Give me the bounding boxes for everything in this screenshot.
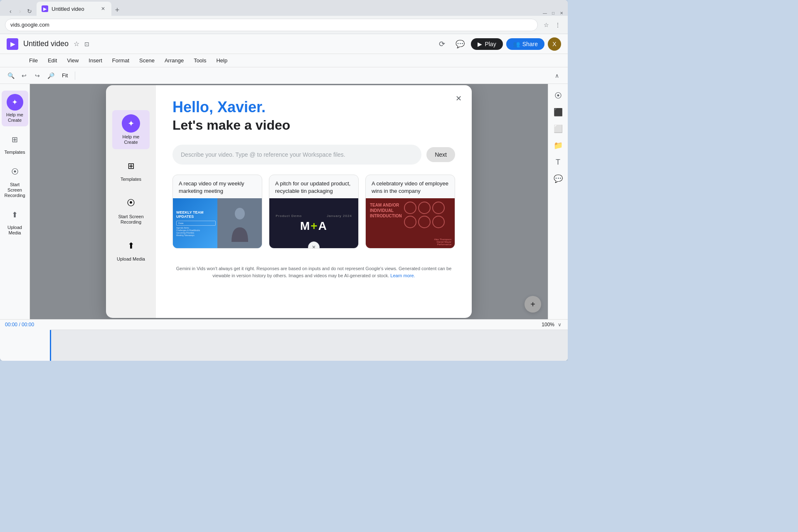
sidebar-item-help-create[interactable]: ✦ Help me Create xyxy=(2,91,28,126)
nav-forward[interactable]: › xyxy=(16,7,24,16)
card1-header: WEEKLY TEAM UPDATES xyxy=(176,210,216,219)
new-tab-button[interactable]: + xyxy=(111,4,123,16)
right-panel-media-icon[interactable]: ⬛ xyxy=(552,106,565,119)
modal-upload-label: Upload Media xyxy=(117,256,145,262)
card2-plus: + xyxy=(310,219,318,232)
play-label: Play xyxy=(485,41,496,47)
menu-edit[interactable]: Edit xyxy=(44,56,61,65)
describe-video-input[interactable] xyxy=(172,145,421,165)
upload-media-icon: ⬆ xyxy=(7,207,23,223)
star-icon[interactable]: ☆ xyxy=(74,40,79,48)
bookmark-icon[interactable]: ☆ xyxy=(541,20,551,30)
avatar[interactable]: X xyxy=(548,37,561,51)
menu-format[interactable]: Format xyxy=(108,56,133,65)
learn-more-link[interactable]: Learn more. xyxy=(390,273,415,278)
card3-text-block: TEAM AND/OR INDIVIDUAL INTRODUCTION xyxy=(370,202,402,219)
sidebar-item-screen-recording[interactable]: ⦿ Start Screen Recording xyxy=(2,160,28,202)
modal-sidebar-upload[interactable]: ⬆ Upload Media xyxy=(112,232,150,266)
modal-sidebar-templates[interactable]: ⊞ Templates xyxy=(112,153,150,186)
menu-insert[interactable]: Insert xyxy=(84,56,106,65)
menu-view[interactable]: View xyxy=(63,56,83,65)
modal-close-button[interactable]: ✕ xyxy=(452,92,465,105)
undo-btn[interactable]: ↩ xyxy=(18,70,30,81)
share-label: Share xyxy=(522,41,538,47)
screen-recording-icon: ⦿ xyxy=(7,164,23,180)
timeline-header: 00:00 / 00:00 100% ∨ xyxy=(0,320,568,330)
right-panel-image-icon[interactable]: ⬜ xyxy=(552,122,565,135)
card-3-image: TEAM AND/OR INDIVIDUAL INTRODUCTION xyxy=(366,198,455,248)
modal-main: ✕ Hello, Xavier. Let's make a video Next xyxy=(156,85,472,318)
card3-role: Performance xyxy=(434,243,451,246)
modal-sidebar-screen-recording[interactable]: ⦿ Start Screen Recording xyxy=(112,190,150,229)
right-panel-comment-icon[interactable]: 💬 xyxy=(552,172,565,185)
menu-file[interactable]: File xyxy=(25,56,42,65)
share-button[interactable]: 👥 Share xyxy=(506,38,544,50)
timeline-playhead[interactable] xyxy=(50,330,51,361)
menu-scene[interactable]: Scene xyxy=(135,56,159,65)
zoom-out-btn[interactable]: 🔍 xyxy=(5,70,17,81)
modal-upload-icon: ⬆ xyxy=(122,236,140,255)
menu-tools[interactable]: Tools xyxy=(190,56,210,65)
card2-product-label: Product Demo xyxy=(276,214,302,218)
window-controls: — □ ✕ xyxy=(542,10,564,16)
tab-close-button[interactable]: ✕ xyxy=(100,5,106,12)
card1-photo xyxy=(217,198,262,248)
folder-icon[interactable]: ⊡ xyxy=(84,41,89,47)
app-header: ▶ Untitled video ☆ ⊡ ⟳ 💬 ▶ Play 👥 Share … xyxy=(0,34,568,54)
modal-templates-icon: ⊞ xyxy=(122,157,140,175)
suggestion-card-3[interactable]: A celebratory video of employee wins in … xyxy=(365,175,455,249)
browser-top: ‹ › ↻ ▶ Untitled video ✕ + — □ ✕ vids.go… xyxy=(0,0,568,34)
maximize-button[interactable]: □ xyxy=(550,10,556,16)
play-button[interactable]: ▶ Play xyxy=(471,38,502,50)
right-panel-folder-icon[interactable]: 📁 xyxy=(552,139,565,152)
play-icon: ▶ xyxy=(478,41,482,47)
modal-screen-rec-icon: ⦿ xyxy=(122,194,140,212)
tab-bar: ‹ › ↻ ▶ Untitled video ✕ + — □ ✕ xyxy=(0,0,568,16)
modal-greeting: Hello, Xavier. xyxy=(172,99,455,116)
right-panel-text-icon[interactable]: T xyxy=(552,155,565,169)
templates-icon: ⊞ xyxy=(7,131,23,148)
menu-arrange[interactable]: Arrange xyxy=(160,56,188,65)
modal-wrapper: ✦ Help me Create ⊞ Templates ⦿ Start Scr… xyxy=(106,85,472,318)
suggestion-card-2[interactable]: A pitch for our updated product, recycla… xyxy=(269,175,359,249)
redo-btn[interactable]: ↪ xyxy=(32,70,43,81)
right-panel-record-icon[interactable]: ⦿ xyxy=(552,89,565,102)
address-bar[interactable]: vids.google.com xyxy=(5,19,538,31)
card2-m: M xyxy=(300,219,310,232)
history-button[interactable]: ⟳ xyxy=(434,37,449,52)
browser-tab-active[interactable]: ▶ Untitled video ✕ xyxy=(37,2,111,16)
modal-overlay: ✦ Help me Create ⊞ Templates ⦿ Start Scr… xyxy=(30,84,548,319)
browser-action-icons: ☆ ⋮ xyxy=(541,20,563,30)
modal-screen-rec-label: Start Screen Recording xyxy=(116,214,146,225)
current-time: 00:00 xyxy=(5,322,17,328)
card1-date: Date xyxy=(176,221,216,226)
card2-a: A xyxy=(318,219,328,232)
zoom-in-btn[interactable]: 🔎 xyxy=(45,70,57,81)
close-button[interactable]: ✕ xyxy=(559,10,564,16)
card1-takeaways: Meeting Takeaways xyxy=(176,234,216,236)
help-create-icon: ✦ xyxy=(7,94,23,111)
modal-sidebar: ✦ Help me Create ⊞ Templates ⦿ Start Scr… xyxy=(106,85,156,318)
zoom-dropdown-icon[interactable]: ∨ xyxy=(556,321,563,328)
fit-label[interactable]: Fit xyxy=(58,70,71,81)
next-button[interactable]: Next xyxy=(426,147,455,162)
nav-back[interactable]: ‹ xyxy=(7,7,15,16)
templates-label: Templates xyxy=(4,150,25,155)
menu-help[interactable]: Help xyxy=(212,56,232,65)
app-main: ✦ Help me Create ⊞ Templates ⦿ Start Scr… xyxy=(0,84,568,319)
app-logo: ▶ xyxy=(7,38,18,50)
suggestion-card-1[interactable]: A recap video of my weekly marketing mee… xyxy=(172,175,262,249)
sidebar-item-templates[interactable]: ⊞ Templates xyxy=(2,128,28,158)
time-display: 00:00 / 00:00 xyxy=(5,322,34,328)
minimize-button[interactable]: — xyxy=(542,10,548,16)
tab-favicon: ▶ xyxy=(42,5,48,12)
menu-bar: File Edit View Insert Format Scene Arran… xyxy=(0,54,568,67)
nav-refresh[interactable]: ↻ xyxy=(25,7,33,16)
modal-sidebar-help-create[interactable]: ✦ Help me Create xyxy=(112,110,150,149)
svg-point-0 xyxy=(235,208,245,219)
sidebar-item-upload-media[interactable]: ⬆ Upload Media xyxy=(2,203,28,239)
comments-button[interactable]: 💬 xyxy=(453,37,468,52)
menu-icon[interactable]: ⋮ xyxy=(553,20,563,30)
chevron-up-icon[interactable]: ∧ xyxy=(551,70,563,81)
card3-decorative xyxy=(404,202,453,241)
